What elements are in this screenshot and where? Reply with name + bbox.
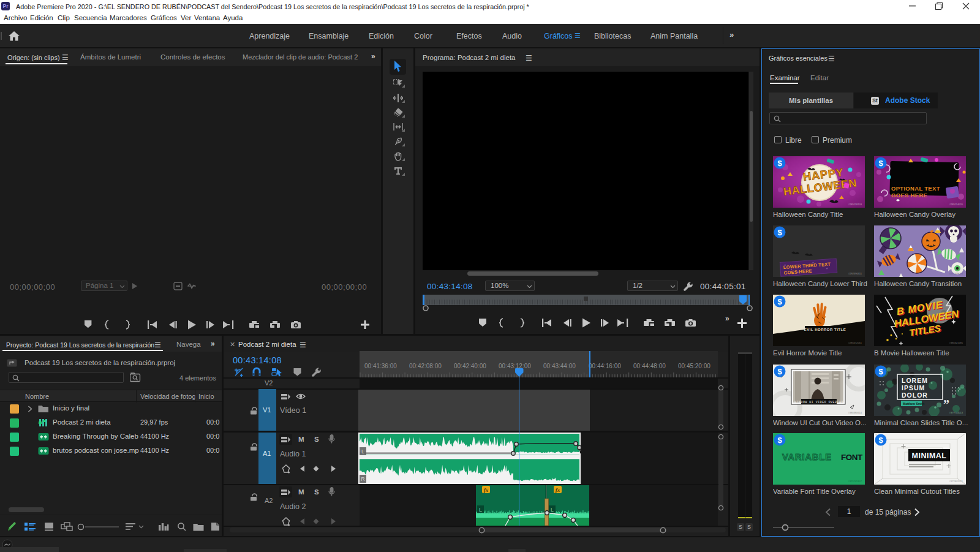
svg-text:fx: fx — [484, 487, 489, 493]
svg-text:LOREM: LOREM — [902, 377, 928, 384]
svg-text:#285118703: #285118703 — [848, 203, 862, 206]
svg-text:EVIL HORROR TITLE: EVIL HORROR TITLE — [804, 328, 846, 331]
svg-text:#285672061: #285672061 — [848, 341, 862, 344]
svg-text:$: $ — [777, 367, 782, 376]
svg-text:GOES HERE: GOES HERE — [891, 192, 927, 198]
svg-text:FONT: FONT — [841, 453, 863, 462]
svg-text:#380380614: #380380614 — [848, 411, 862, 414]
svg-text:DOLOR: DOLOR — [902, 391, 928, 399]
svg-text:#271339076: #271339076 — [949, 272, 963, 275]
svg-text:#379744013: #379744013 — [949, 411, 963, 414]
svg-text:$: $ — [777, 436, 782, 445]
svg-text:#372802071: #372802071 — [949, 480, 963, 483]
svg-text:$: $ — [777, 297, 782, 306]
svg-text:L: L — [361, 448, 364, 455]
svg-text:$: $ — [878, 436, 883, 445]
svg-text:Matthew Smith: Matthew Smith — [903, 402, 924, 406]
svg-text:VARIABLE: VARIABLE — [782, 452, 832, 462]
svg-text:L: L — [479, 507, 482, 513]
svg-text:$: $ — [878, 159, 883, 168]
svg-text:”: ” — [943, 398, 949, 411]
svg-text:OPTIONAL TEXT: OPTIONAL TEXT — [891, 185, 940, 192]
svg-text:IPSUM: IPSUM — [902, 384, 925, 391]
svg-text:L: L — [551, 507, 554, 513]
svg-text:$: $ — [777, 228, 782, 237]
svg-text:R: R — [361, 476, 365, 482]
svg-text:#380321585: #380321585 — [949, 341, 963, 344]
svg-text:$: $ — [777, 159, 782, 168]
svg-text:MINIMAL: MINIMAL — [912, 452, 947, 460]
svg-text:fx: fx — [556, 487, 560, 493]
svg-text:$: $ — [878, 367, 883, 376]
svg-text:WINDOW UI VIDEO OVERLAY: WINDOW UI VIDEO OVERLAY — [794, 401, 843, 404]
svg-text:#285114020: #285114020 — [949, 203, 963, 206]
svg-text:#292390311: #292390311 — [848, 272, 862, 275]
svg-text:#379745307: #379745307 — [848, 480, 862, 483]
